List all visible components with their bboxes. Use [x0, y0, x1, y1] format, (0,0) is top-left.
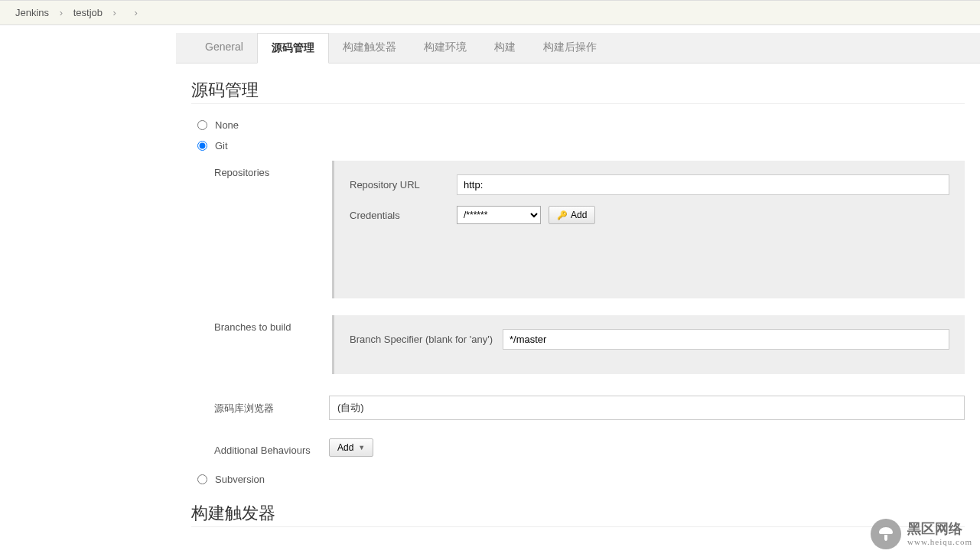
tab-scm[interactable]: 源码管理 [257, 33, 329, 64]
breadcrumb-jenkins[interactable]: Jenkins [15, 7, 49, 18]
config-tabs: General 源码管理 构建触发器 构建环境 构建 构建后操作 [176, 33, 980, 64]
scm-none-radio[interactable] [197, 120, 207, 130]
add-credentials-label: Add [571, 210, 587, 220]
breadcrumb-job[interactable]: testjob [73, 7, 103, 18]
branches-panel: Branch Specifier (blank for 'any') [332, 315, 965, 374]
tab-env[interactable]: 构建环境 [410, 33, 480, 63]
tab-build[interactable]: 构建 [480, 33, 529, 63]
chevron-down-icon: ▼ [358, 444, 365, 451]
watermark-name: 黑区网络 [907, 522, 972, 537]
repo-browser-label: 源码库浏览器 [214, 396, 329, 420]
chevron-right-icon: › [135, 7, 138, 18]
chevron-right-icon: › [113, 7, 116, 18]
scm-section: 源码管理 None Git Repositories Repository UR… [176, 64, 980, 542]
scm-git-label: Git [215, 140, 228, 151]
chevron-right-icon: › [60, 7, 63, 18]
scm-section-title: 源码管理 [191, 79, 965, 104]
scm-git-radio[interactable] [197, 141, 207, 151]
tab-triggers[interactable]: 构建触发器 [329, 33, 410, 63]
watermark-url: www.heiqu.com [907, 537, 972, 542]
branch-spec-input[interactable] [503, 329, 949, 350]
watermark: 黑区网络 www.heiqu.com [871, 519, 972, 542]
mushroom-icon [871, 519, 901, 542]
repositories-panel: Repository URL Credentials /****** [332, 161, 965, 298]
additional-behaviours-label: Additional Behaviours [214, 438, 329, 457]
add-behaviour-label: Add [337, 442, 353, 453]
repositories-label: Repositories [214, 161, 329, 298]
repo-browser-select[interactable]: (自动) [329, 396, 965, 420]
scm-subversion-radio[interactable] [197, 474, 207, 484]
breadcrumb: Jenkins › testjob › › [0, 0, 980, 25]
credentials-label: Credentials [350, 210, 457, 221]
scm-subversion-label: Subversion [215, 474, 265, 485]
triggers-section-title: 构建触发器 [191, 502, 965, 527]
scm-none-label: None [215, 119, 239, 131]
repo-url-input[interactable] [457, 174, 949, 195]
credentials-select[interactable]: /****** [457, 206, 541, 224]
tab-general[interactable]: General [191, 33, 257, 63]
branch-spec-label: Branch Specifier (blank for 'any') [350, 334, 503, 345]
add-credentials-button[interactable]: 🔑 Add [549, 206, 595, 224]
branches-label: Branches to build [214, 315, 329, 374]
add-behaviour-button[interactable]: Add ▼ [329, 438, 373, 457]
tab-post[interactable]: 构建后操作 [529, 33, 610, 63]
repo-url-label: Repository URL [350, 179, 457, 191]
key-icon: 🔑 [557, 210, 568, 220]
